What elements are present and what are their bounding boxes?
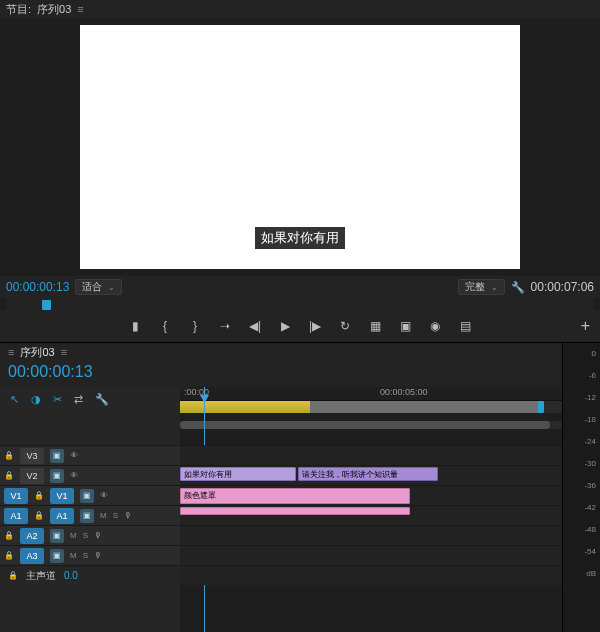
mute-button[interactable]: M [70, 531, 77, 540]
timeline-timecode[interactable]: 00:00:00:13 [0, 361, 562, 387]
mic-icon[interactable]: 🎙 [94, 551, 102, 560]
clip-label: 请关注我，听我讲个知识量 [302, 470, 398, 479]
meter-tick: -36 [584, 481, 596, 490]
program-scrub-bar[interactable] [6, 298, 594, 310]
work-area-bar[interactable] [180, 401, 562, 413]
ripple-tool-icon[interactable]: ◑ [31, 393, 41, 406]
resolution-dropdown[interactable]: 完整 ⌄ [458, 279, 505, 295]
meter-tick: -6 [589, 371, 596, 380]
export-frame-button[interactable]: ▣ [397, 318, 413, 334]
play-button[interactable]: ▶ [277, 318, 293, 334]
scrub-playhead[interactable] [42, 300, 51, 310]
zoom-handle[interactable] [180, 421, 550, 429]
zoom-scrollbar[interactable] [180, 421, 562, 429]
duration-timecode: 00:00:07:06 [531, 280, 594, 294]
button-editor-button[interactable]: ▤ [457, 318, 473, 334]
solo-button[interactable]: S [113, 511, 118, 520]
lock-icon[interactable]: 🔒 [34, 491, 44, 500]
lock-icon[interactable]: 🔒 [4, 451, 14, 460]
track-row-a2[interactable] [180, 525, 562, 545]
track-row-v2[interactable]: 如果对你有用 请关注我，听我讲个知识量 [180, 465, 562, 485]
track-target-toggle[interactable]: ▣ [80, 489, 94, 503]
source-patch-a1[interactable]: A1 [4, 508, 28, 524]
mute-button[interactable]: M [100, 511, 107, 520]
wrench-icon[interactable]: 🔧 [95, 393, 109, 406]
solo-button[interactable]: S [83, 531, 88, 540]
add-button-icon[interactable]: + [581, 317, 590, 335]
track-target-toggle[interactable]: ▣ [80, 509, 94, 523]
video-canvas: 如果对你有用 [80, 25, 520, 269]
track-row-v1[interactable]: 颜色遮罩 [180, 485, 562, 505]
mic-icon[interactable]: 🎙 [94, 531, 102, 540]
settings-icon[interactable]: 🔧 [511, 281, 525, 294]
panel-menu-icon[interactable]: ≡ [8, 346, 14, 358]
lock-icon[interactable]: 🔒 [4, 551, 14, 560]
lock-icon[interactable]: 🔒 [8, 571, 18, 580]
eye-icon[interactable]: 👁 [70, 471, 78, 480]
solo-button[interactable]: S [83, 551, 88, 560]
track-target-toggle[interactable]: ▣ [50, 449, 64, 463]
track-label[interactable]: V3 [20, 448, 44, 464]
track-row-master[interactable] [180, 565, 562, 585]
lock-icon[interactable]: 🔒 [4, 531, 14, 540]
meter-tick: -48 [584, 525, 596, 534]
razor-tool-icon[interactable]: ✂ [53, 393, 62, 406]
panel-menu-icon[interactable]: ≡ [61, 346, 67, 358]
timeline-header: ≡ 序列03 ≡ [0, 343, 562, 361]
resolution-label: 完整 [465, 280, 485, 294]
track-header-a1[interactable]: A1 🔒 A1 ▣ M S 🎙 [0, 505, 180, 525]
clip[interactable]: 如果对你有用 [180, 467, 296, 481]
master-track-header[interactable]: 🔒 主声道 0.0 [0, 565, 180, 585]
current-timecode[interactable]: 00:00:00:13 [6, 280, 69, 294]
track-label[interactable]: A3 [20, 548, 44, 564]
meter-tick: -12 [584, 393, 596, 402]
panel-menu-icon[interactable]: ≡ [77, 3, 83, 15]
lock-icon[interactable]: 🔒 [34, 511, 44, 520]
link-tool-icon[interactable]: ⇄ [74, 393, 83, 406]
track-header-a3[interactable]: 🔒 A3 ▣ M S 🎙 [0, 545, 180, 565]
track-header-a2[interactable]: 🔒 A2 ▣ M S 🎙 [0, 525, 180, 545]
eye-icon[interactable]: 👁 [100, 491, 108, 500]
program-header: 节目: 序列03 ≡ [0, 0, 600, 18]
camera-button[interactable]: ◉ [427, 318, 443, 334]
go-to-out-button[interactable]: } [187, 318, 203, 334]
mute-button[interactable]: M [70, 551, 77, 560]
track-label[interactable]: A2 [20, 528, 44, 544]
lock-icon[interactable]: 🔒 [4, 471, 14, 480]
track-label[interactable]: A1 [50, 508, 74, 524]
track-label[interactable]: V2 [20, 468, 44, 484]
track-row-v3[interactable] [180, 445, 562, 465]
step-forward-button[interactable]: |▶ [307, 318, 323, 334]
step-back-button[interactable]: ◀| [247, 318, 263, 334]
work-area-out-handle[interactable] [538, 401, 544, 413]
track-target-toggle[interactable]: ▣ [50, 529, 64, 543]
loop-button[interactable]: ↻ [337, 318, 353, 334]
mark-in-button[interactable]: ▮ [127, 318, 143, 334]
timeline-sequence-name[interactable]: 序列03 [20, 345, 54, 360]
timeline-tracks-area[interactable]: :00:00 00:00:05:00 [180, 387, 562, 632]
track-target-toggle[interactable]: ▣ [50, 469, 64, 483]
audio-meter: 0 -6 -12 -18 -24 -30 -36 -42 -48 -54 dB [562, 343, 600, 632]
safe-margin-button[interactable]: ▦ [367, 318, 383, 334]
add-marker-button[interactable]: ➝ [217, 318, 233, 334]
master-volume[interactable]: 0.0 [64, 570, 78, 581]
clip[interactable]: 请关注我，听我讲个知识量 [298, 467, 438, 481]
track-row-a1[interactable] [180, 505, 562, 525]
master-label: 主声道 [26, 569, 56, 583]
track-target-toggle[interactable]: ▣ [50, 549, 64, 563]
time-ruler[interactable]: :00:00 00:00:05:00 [180, 387, 562, 401]
selection-tool-icon[interactable]: ↖ [10, 393, 19, 406]
zoom-fit-dropdown[interactable]: 适合 ⌄ [75, 279, 122, 295]
track-label[interactable]: V1 [50, 488, 74, 504]
go-to-in-button[interactable]: { [157, 318, 173, 334]
clip[interactable]: 颜色遮罩 [180, 488, 410, 504]
track-header-v3[interactable]: 🔒 V3 ▣ 👁 [0, 445, 180, 465]
clip-audio[interactable] [180, 507, 410, 515]
track-row-a3[interactable] [180, 545, 562, 565]
mic-icon[interactable]: 🎙 [124, 511, 132, 520]
eye-icon[interactable]: 👁 [70, 451, 78, 460]
program-monitor[interactable]: 如果对你有用 [0, 18, 600, 276]
track-header-v1[interactable]: V1 🔒 V1 ▣ 👁 [0, 485, 180, 505]
source-patch-v1[interactable]: V1 [4, 488, 28, 504]
track-header-v2[interactable]: 🔒 V2 ▣ 👁 [0, 465, 180, 485]
